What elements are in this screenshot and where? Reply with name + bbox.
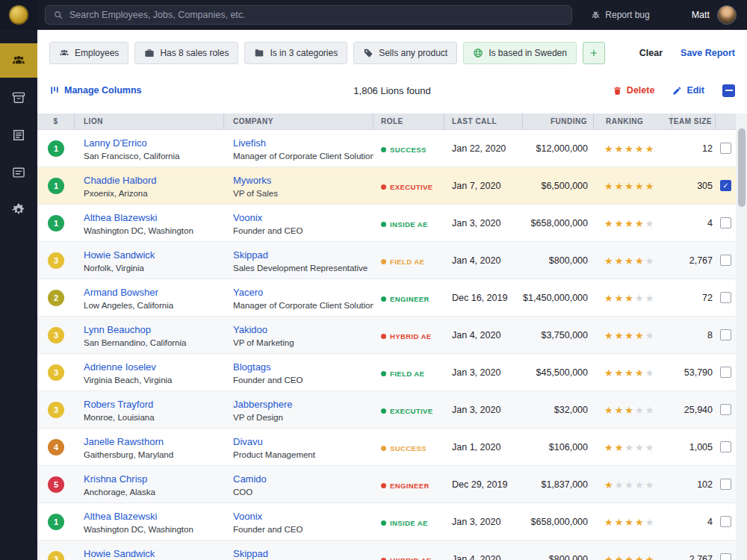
company-link[interactable]: Voonix xyxy=(233,212,262,223)
lion-location: Anchorage, Alaska xyxy=(84,488,217,497)
lion-name-link[interactable]: Althea Blazewski xyxy=(84,212,157,223)
table-row[interactable]: 3 Howie Sandwick Norfolk, Virginia Skipp… xyxy=(37,541,747,560)
column-header[interactable]: LION xyxy=(75,113,224,129)
company-title: Founder and CEO xyxy=(233,226,366,235)
table-row[interactable]: 1 Althea Blazewski Washington DC, Washin… xyxy=(37,205,747,242)
star-icon: ★ xyxy=(615,218,624,229)
sidebar-item[interactable] xyxy=(0,81,37,115)
row-checkbox[interactable] xyxy=(720,143,731,154)
scrollbar[interactable] xyxy=(736,113,747,560)
row-checkbox[interactable] xyxy=(720,217,731,228)
table-row[interactable]: 3 Lynn Beauchop San Bernandino, Californ… xyxy=(37,317,747,354)
column-header[interactable]: FUNDING xyxy=(523,113,594,129)
column-header[interactable]: RANKING xyxy=(594,113,672,129)
company-link[interactable]: Yacero xyxy=(233,287,263,298)
table-row[interactable]: 3 Adrienne Ioselev Virginia Beach, Virgi… xyxy=(37,354,747,391)
star-icon: ★ xyxy=(604,517,613,528)
company-link[interactable]: Blogtags xyxy=(233,361,271,373)
add-filter-button[interactable] xyxy=(583,42,605,64)
lion-name-link[interactable]: Howie Sandwick xyxy=(84,249,155,261)
delete-button[interactable]: Delete xyxy=(613,85,655,96)
logo-icon xyxy=(9,5,28,25)
company-link[interactable]: Livefish xyxy=(233,137,266,149)
filter-chip[interactable]: Is in 3 categories xyxy=(244,42,347,64)
select-all-checkbox[interactable] xyxy=(722,84,735,97)
column-header[interactable] xyxy=(716,113,736,129)
role-label: FIELD AE xyxy=(390,258,424,266)
status-dot-icon xyxy=(381,184,386,190)
company-link[interactable]: Myworks xyxy=(233,175,271,186)
role-badge: HYBRID AE xyxy=(381,556,432,560)
star-rating: ★★★★★ xyxy=(594,217,672,230)
lion-name-link[interactable]: Althea Blazewski xyxy=(84,511,157,522)
tag-icon xyxy=(363,48,374,58)
column-header[interactable]: LAST CALL xyxy=(444,113,523,129)
sidebar-item[interactable] xyxy=(0,155,37,190)
lion-name-link[interactable]: Janelle Rawsthorn xyxy=(84,436,164,447)
column-header[interactable]: COMPANY xyxy=(224,113,374,129)
role-badge: SUCCESS xyxy=(381,444,427,452)
table-row[interactable]: 4 Janelle Rawsthorn Gaithersburg, Maryla… xyxy=(37,429,747,466)
company-link[interactable]: Jabbersphere xyxy=(233,399,293,410)
row-checkbox[interactable] xyxy=(720,516,731,527)
sidebar-item[interactable] xyxy=(0,193,37,227)
column-header[interactable]: ROLE xyxy=(374,113,444,129)
company-link[interactable]: Camido xyxy=(233,473,267,485)
row-checkbox[interactable] xyxy=(720,255,731,266)
row-checkbox[interactable] xyxy=(720,441,731,452)
status-dot-icon xyxy=(381,520,386,526)
column-header[interactable]: $ xyxy=(37,113,75,129)
table-row[interactable]: 3 Howie Sandwick Norfolk, Virginia Skipp… xyxy=(37,242,747,279)
row-checkbox[interactable] xyxy=(720,180,731,191)
status-dot-icon xyxy=(381,334,386,339)
table-row[interactable]: 1 Althea Blazewski Washington DC, Washin… xyxy=(37,503,747,541)
row-checkbox[interactable] xyxy=(720,553,731,560)
search-input[interactable]: Search Employees, Jobs, Companies, etc. xyxy=(45,5,572,25)
lion-name-link[interactable]: Lanny D'Errico xyxy=(84,137,147,149)
table-row[interactable]: 1 Lanny D'Errico San Francisco, Californ… xyxy=(37,130,747,167)
avatar[interactable] xyxy=(717,5,737,25)
lion-name-link[interactable]: Robers Trayford xyxy=(84,399,153,410)
manage-columns-button[interactable]: Manage Columns xyxy=(49,85,142,96)
lion-name-link[interactable]: Armand Bowsher xyxy=(84,287,158,298)
column-header[interactable]: TEAM SIZE xyxy=(672,113,716,129)
report-bug-button[interactable]: Report bug xyxy=(591,10,649,20)
sidebar-item[interactable] xyxy=(0,118,37,152)
table-row[interactable]: 3 Robers Trayford Monroe, Louisiana Jabb… xyxy=(37,391,747,429)
lion-name-link[interactable]: Lynn Beauchop xyxy=(84,324,151,335)
lion-name-link[interactable]: Adrienne Ioselev xyxy=(84,361,156,373)
company-title: Founder and CEO xyxy=(233,376,366,385)
sidebar-item[interactable] xyxy=(0,43,37,78)
filter-chip[interactable]: Is based in Sweden xyxy=(463,42,577,64)
app-logo[interactable] xyxy=(0,0,37,30)
table-row[interactable]: 5 Krishna Chrisp Anchorage, Alaska Camid… xyxy=(37,466,747,503)
company-link[interactable]: Yakidoo xyxy=(233,324,267,335)
filter-chip[interactable]: Sells any product xyxy=(353,42,457,64)
clear-button[interactable]: Clear xyxy=(639,48,663,58)
star-icon: ★ xyxy=(615,405,624,416)
row-checkbox[interactable] xyxy=(720,479,731,490)
lion-name-link[interactable]: Chaddie Halbord xyxy=(84,175,157,186)
table-row[interactable]: 2 Armand Bowsher Low Angeles, California… xyxy=(37,279,747,317)
scrollbar-thumb[interactable] xyxy=(738,128,746,207)
row-checkbox[interactable] xyxy=(720,329,731,340)
filter-chip[interactable]: Has 8 sales roles xyxy=(134,42,238,64)
filter-chip-label: Employees xyxy=(75,48,119,58)
lion-name-link[interactable]: Howie Sandwick xyxy=(84,548,155,559)
lion-location: Low Angeles, California xyxy=(84,301,217,310)
row-checkbox[interactable] xyxy=(720,367,731,378)
table-row[interactable]: 1 Chaddie Halbord Pxoenix, Arizona Mywor… xyxy=(37,167,747,205)
row-checkbox[interactable] xyxy=(720,292,731,303)
company-link[interactable]: Voonix xyxy=(233,511,262,522)
inbox-icon xyxy=(11,90,26,105)
edit-button[interactable]: Edit xyxy=(672,85,704,96)
star-icon: ★ xyxy=(624,218,633,229)
lion-name-link[interactable]: Krishna Chrisp xyxy=(84,473,147,485)
company-link[interactable]: Divavu xyxy=(233,436,263,447)
company-link[interactable]: Skippad xyxy=(233,249,268,261)
filter-chip[interactable]: Employees xyxy=(49,42,128,64)
save-report-button[interactable]: Save Report xyxy=(681,48,735,58)
star-icon: ★ xyxy=(615,554,624,560)
row-checkbox[interactable] xyxy=(720,404,731,415)
company-link[interactable]: Skippad xyxy=(233,548,268,559)
